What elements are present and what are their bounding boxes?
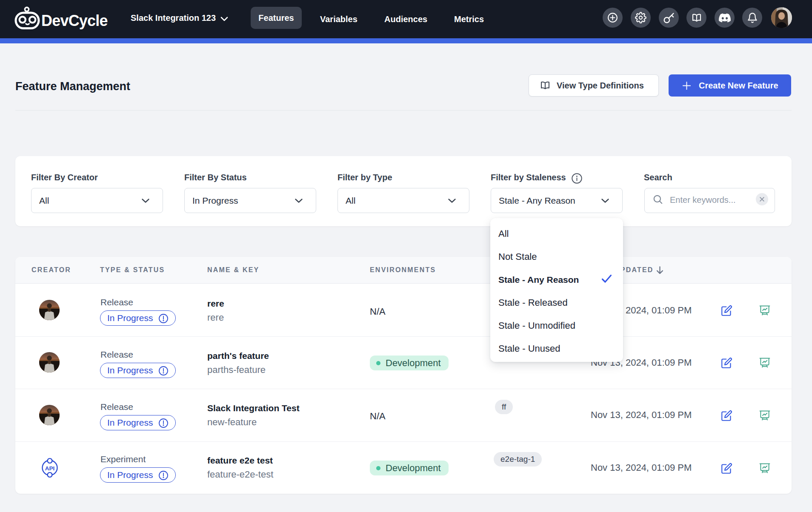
svg-text:API: API: [45, 465, 55, 472]
